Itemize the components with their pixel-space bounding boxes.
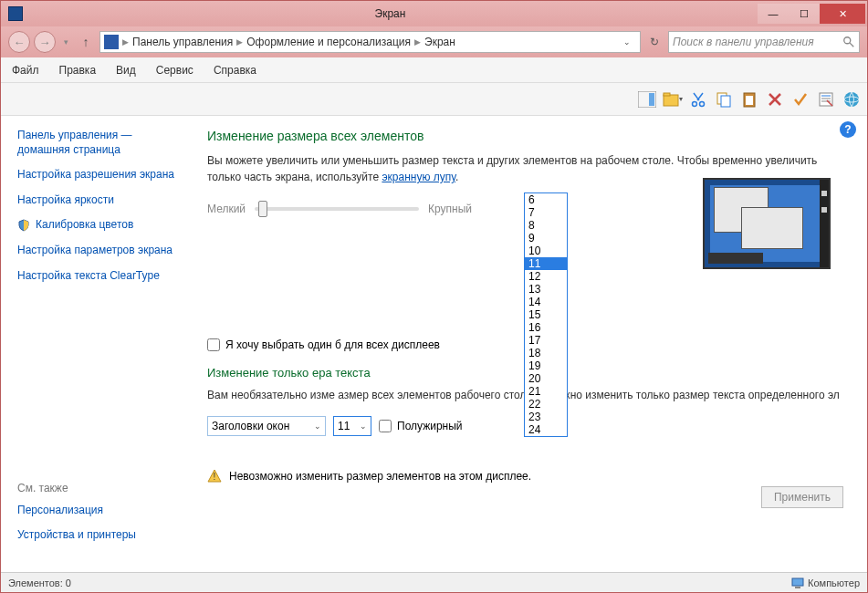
maximize-button[interactable]: ☐ bbox=[789, 4, 820, 24]
menu-tools[interactable]: Сервис bbox=[152, 62, 197, 78]
svg-point-0 bbox=[844, 37, 851, 44]
up-button[interactable]: ↑ bbox=[76, 32, 96, 52]
sidebar-params-link[interactable]: Настройка параметров экрана bbox=[17, 244, 183, 258]
status-left: Элементов: 0 bbox=[8, 577, 71, 588]
back-button[interactable]: ← bbox=[8, 31, 30, 53]
breadcrumb[interactable]: ▶ Панель управления ▶ Оформление и персо… bbox=[99, 31, 641, 53]
apply-button[interactable]: Применить bbox=[761, 486, 843, 508]
dropdown-option[interactable]: 16 bbox=[525, 321, 567, 334]
dropdown-option[interactable]: 19 bbox=[525, 359, 567, 372]
one-scale-checkbox[interactable] bbox=[207, 338, 220, 351]
breadcrumb-item[interactable]: Оформление и персонализация bbox=[246, 36, 411, 48]
menu-help[interactable]: Справка bbox=[210, 62, 260, 78]
one-scale-label: Я хочу выбрать один б для всех дисплеев bbox=[225, 338, 440, 351]
dropdown-option[interactable]: 10 bbox=[525, 244, 567, 257]
breadcrumb-item[interactable]: Панель управления bbox=[132, 36, 233, 48]
sidebar-home-link[interactable]: Панель управления — домашняя страница bbox=[17, 129, 183, 157]
globe-icon[interactable] bbox=[842, 89, 862, 109]
window-title: Экран bbox=[23, 7, 758, 20]
size-value: 11 bbox=[338, 420, 350, 432]
menubar: Файл Правка Вид Сервис Справка bbox=[1, 57, 867, 83]
menu-edit[interactable]: Правка bbox=[56, 62, 100, 78]
chevron-down-icon: ⌄ bbox=[310, 421, 321, 431]
toolbar: ▾ bbox=[1, 83, 867, 116]
svg-rect-4 bbox=[664, 95, 678, 106]
bold-checkbox-row[interactable]: Полужирный bbox=[379, 420, 463, 432]
see-also-label: См. также bbox=[17, 482, 136, 494]
size-dropdown-list[interactable]: 6789101112131415161718192021222324 bbox=[524, 192, 568, 437]
dropdown-option[interactable]: 21 bbox=[525, 385, 567, 398]
heading-resize-all: Изменение размера всех элементов bbox=[207, 129, 847, 143]
folder-icon[interactable]: ▾ bbox=[663, 89, 683, 109]
dropdown-option[interactable]: 20 bbox=[525, 372, 567, 385]
svg-rect-5 bbox=[664, 93, 670, 96]
slider-min-label: Мелкий bbox=[207, 203, 246, 215]
search-icon bbox=[842, 36, 855, 48]
dropdown-option[interactable]: 8 bbox=[525, 219, 567, 232]
chevron-down-icon: ⌄ bbox=[356, 421, 367, 431]
sidebar-personalization-link[interactable]: Персонализация bbox=[17, 504, 136, 518]
svg-rect-20 bbox=[795, 587, 800, 588]
app-icon bbox=[8, 6, 23, 21]
copy-icon[interactable] bbox=[714, 89, 734, 109]
bold-checkbox[interactable] bbox=[379, 420, 392, 432]
size-slider[interactable] bbox=[255, 198, 419, 220]
breadcrumb-item[interactable]: Экран bbox=[424, 36, 455, 48]
magnifier-link[interactable]: экранную лупу bbox=[382, 171, 455, 183]
forward-button[interactable]: → bbox=[34, 31, 56, 53]
help-icon[interactable]: ? bbox=[840, 121, 856, 138]
history-dropdown[interactable]: ▾ bbox=[59, 31, 72, 53]
properties-icon[interactable] bbox=[816, 89, 836, 109]
slider-thumb[interactable] bbox=[258, 201, 267, 217]
dropdown-option[interactable]: 11 bbox=[525, 257, 567, 270]
monitor-icon bbox=[104, 35, 119, 49]
svg-point-16 bbox=[844, 92, 859, 107]
preview-pane-icon[interactable] bbox=[637, 89, 657, 109]
menu-view[interactable]: Вид bbox=[112, 62, 140, 78]
titlebar: Экран — ☐ ✕ bbox=[1, 1, 867, 26]
paste-icon[interactable] bbox=[739, 89, 759, 109]
svg-rect-3 bbox=[649, 93, 654, 106]
dropdown-option[interactable]: 23 bbox=[525, 411, 567, 423]
dropdown-option[interactable]: 9 bbox=[525, 232, 567, 244]
shield-icon bbox=[17, 219, 30, 232]
dropdown-option[interactable]: 6 bbox=[525, 193, 567, 206]
refresh-button[interactable]: ↻ bbox=[644, 36, 664, 48]
category-value: Заголовки окон bbox=[212, 420, 289, 432]
sidebar-resolution-link[interactable]: Настройка разрешения экрана bbox=[17, 168, 183, 182]
category-combo[interactable]: Заголовки окон ⌄ bbox=[207, 416, 326, 436]
dropdown-option[interactable]: 14 bbox=[525, 296, 567, 308]
dropdown-option[interactable]: 24 bbox=[525, 423, 567, 436]
svg-text:!: ! bbox=[214, 472, 216, 482]
dropdown-option[interactable]: 12 bbox=[525, 270, 567, 283]
dropdown-option[interactable]: 15 bbox=[525, 308, 567, 321]
svg-point-6 bbox=[693, 101, 697, 106]
sidebar-brightness-link[interactable]: Настройка яркости bbox=[17, 193, 183, 208]
dropdown-option[interactable]: 17 bbox=[525, 334, 567, 347]
dropdown-option[interactable]: 7 bbox=[525, 206, 567, 219]
slider-max-label: Крупный bbox=[428, 203, 472, 215]
svg-point-7 bbox=[700, 101, 705, 106]
search-placeholder: Поиск в панели управления bbox=[673, 36, 814, 48]
minimize-button[interactable]: — bbox=[758, 4, 789, 24]
dropdown-option[interactable]: 18 bbox=[525, 347, 567, 359]
svg-rect-9 bbox=[721, 96, 730, 107]
menu-file[interactable]: Файл bbox=[8, 62, 43, 78]
search-input[interactable]: Поиск в панели управления bbox=[668, 31, 860, 53]
sidebar-calibration-link[interactable]: Калибровка цветов bbox=[17, 218, 183, 233]
sidebar-devices-link[interactable]: Устройства и принтеры bbox=[17, 528, 136, 543]
sidebar-cleartype-link[interactable]: Настройка текста ClearType bbox=[17, 269, 183, 284]
svg-rect-11 bbox=[746, 96, 753, 105]
dropdown-option[interactable]: 22 bbox=[525, 398, 567, 411]
size-combo[interactable]: 11 ⌄ bbox=[333, 416, 371, 436]
computer-icon bbox=[791, 577, 804, 589]
dropdown-option[interactable]: 13 bbox=[525, 283, 567, 296]
delete-icon[interactable] bbox=[765, 89, 785, 109]
close-button[interactable]: ✕ bbox=[820, 4, 865, 24]
sidebar: Панель управления — домашняя страница На… bbox=[1, 116, 193, 572]
warning-icon: ! bbox=[207, 469, 222, 484]
svg-rect-19 bbox=[792, 578, 803, 586]
checkmark-icon[interactable] bbox=[790, 89, 810, 109]
nav-bar: ← → ▾ ↑ ▶ Панель управления ▶ Оформление… bbox=[1, 26, 867, 57]
scissors-icon[interactable] bbox=[688, 89, 708, 109]
